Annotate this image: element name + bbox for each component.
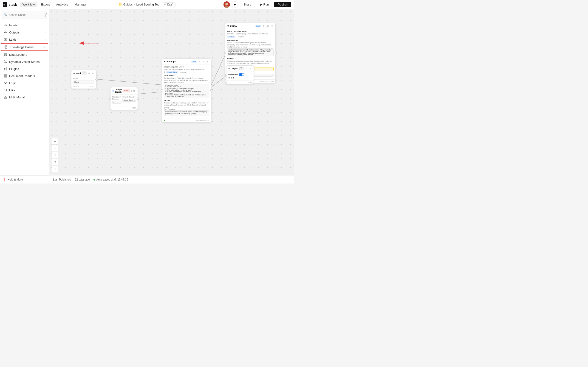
openai-llm-section: Large Language Model Select the Large La… [227,30,274,38]
input-settings-icon[interactable]: ⚙ [87,72,90,75]
sidebar-item-label-inputs: Inputs [9,24,43,27]
multi-modal-chevron: › [45,96,45,99]
sidebar-item-label-utils: Utils [9,89,43,92]
sidebar-items: Inputs › Outputs › LLMs › [0,21,49,175]
zoom-out-button[interactable]: − [52,145,58,151]
openai-instructions-field[interactable]: Analyze the company profile and determin… [227,48,274,56]
output-download-icon[interactable]: ⊻ [231,77,232,79]
anthropic-instructions-field[interactable]: 1. company profile 2. What is the Sector… [164,84,209,98]
openai-instructions-section: Instructions Tell the AI how you'd like … [227,39,274,56]
anthropic-expand-icon[interactable]: ⊡ [202,60,205,63]
fit-button[interactable]: ⊡ [52,152,58,158]
sidebar-item-label-plugins: Plugins [9,67,43,71]
sidebar-item-llms[interactable]: LLMs › [1,36,48,43]
openai-expand-icon[interactable]: ⊡ [266,24,269,27]
sidebar-item-dynamic-vector-stores[interactable]: Dynamic Vector Stores › [1,58,48,65]
google-search-node[interactable]: G Google Search connect-4 ⚙ ⊡ ✕ Number o… [110,87,138,110]
input-close-icon[interactable]: ✕ [91,72,95,75]
sidebar-item-multi-modal[interactable]: Multi-Modal › [1,94,48,101]
google-search-node-footer: 0.014 [111,106,138,110]
share-button[interactable]: Share [240,2,255,7]
logo-text: stack [9,3,17,6]
openai-left-connector[interactable] [224,52,226,54]
anthropic-left-connector[interactable] [161,89,163,92]
tab-analytics[interactable]: Analytics [53,2,71,7]
snapshot-button[interactable]: ⊙ [52,159,58,165]
sidebar-item-knowledge-bases[interactable]: Knowledge Bases › [1,43,48,51]
search-box[interactable]: 🔍 Ctrl K [2,11,47,19]
breadcrumb-folder: Guides [123,3,133,6]
output-action-buttons: ⊕ ⊻ ⊞ [228,77,252,79]
openai-llm-title: Large Language Model [227,30,274,32]
anthropic-success-indicator [164,120,165,121]
anthropic-node[interactable]: A Anthropic Lite 8 ⚙ ⊡ ✕ Large Language … [162,58,211,123]
google-search-node-badge: connect-4 [123,89,130,92]
output-copy-icon[interactable]: ⊕ [228,77,230,79]
output-close-icon[interactable]: ✕ [249,67,252,70]
sidebar-item-data-loaders[interactable]: Data Loaders › [1,51,48,58]
sidebar-item-outputs[interactable]: Outputs › [1,29,48,36]
anthropic-node-footer: 984 tokens $0.014 [162,119,211,122]
sidebar-item-logic[interactable]: Logic › [1,80,48,86]
sidebar-item-plugins[interactable]: Plugins › [1,65,48,72]
input-node-label: Name [73,78,95,80]
canvas[interactable]: ⚙ OpenAI Lite 3 ⚙ ⊡ ✕ Large Language Mod… [49,9,294,184]
run-button[interactable]: ▶ Run [257,2,272,7]
logic-chevron: › [45,82,45,84]
google-right-connector[interactable] [137,98,139,100]
input-name-field[interactable]: Name [73,81,95,83]
output-settings-icon[interactable]: ⚙ [245,67,248,70]
tab-workflow[interactable]: Workflow [20,2,37,7]
status-dot [94,179,95,181]
output-toggle[interactable] [239,73,244,76]
anthropic-prompt-field[interactable]: Consider those Google Search results abo… [164,110,209,116]
anthropic-right-connector[interactable] [210,89,212,92]
google-country-field[interactable]: United States ... [122,99,136,102]
google-left-connector[interactable] [109,98,111,100]
sidebar-item-label-dynamic-vector-stores: Dynamic Vector Stores [9,60,43,64]
search-input[interactable] [9,13,43,17]
output-expand-icon[interactable]: ⊞ [233,77,234,79]
google-results-field[interactable]: 5 [112,101,121,104]
google-search-settings-icon[interactable]: ⚙ [131,89,132,92]
zoom-in-button[interactable]: + [52,138,58,144]
sidebar-item-label-document-readers: Document Readers [9,74,43,78]
output-node[interactable]: ⊙ Output out-8 ⚙ ✕ Formalization ⊕ ⊻ ⊞ [226,65,254,84]
openai-model-tag: GPT-4o [227,36,235,38]
sidebar-footer[interactable]: ❓ Help & More [0,175,49,184]
tab-export[interactable]: Export [38,2,52,7]
status-bar: Last Published 22 days ago Auto-saved dr… [49,175,294,184]
play-icon-button[interactable]: ▶ [232,1,238,8]
sidebar-item-document-readers[interactable]: Document Readers › [1,73,48,79]
sidebar-item-label-multi-modal: Multi-Modal [9,96,43,99]
sidebar-item-inputs[interactable]: Inputs › [1,22,48,29]
openai-settings-icon[interactable]: ⚙ [262,24,265,27]
output-format-label: Formalization [228,74,238,75]
input-right-connector[interactable] [95,78,98,81]
anthropic-instructions-title: Instructions [164,75,209,77]
last-published-value: 22 days ago [75,178,90,181]
utils-chevron: › [45,89,45,92]
anthropic-instructions-desc: Tell the AI how you'd like it to respond… [164,77,209,83]
anthropic-node-header: A Anthropic Lite 8 ⚙ ⊡ ✕ [162,59,211,65]
openai-close-icon[interactable]: ✕ [270,24,274,27]
canvas-controls: + − ⊡ ⊙ ⊞ [52,138,58,172]
grid-button[interactable]: ⊞ [52,166,58,172]
google-search-close-icon[interactable]: ✕ [136,89,137,92]
help-icon: ❓ [3,178,6,181]
inputs-icon [4,23,7,27]
google-search-expand-icon[interactable]: ⊡ [133,89,135,92]
output-left-connector[interactable] [225,74,227,76]
llms-icon [4,38,7,41]
nav-right: ▶ Share ▶ Run Publish [224,1,291,8]
openai-prompt-title: Prompt [227,58,274,60]
publish-button[interactable]: Publish [274,2,291,7]
tab-manager[interactable]: Manager [72,2,89,7]
anthropic-settings-icon[interactable]: ⚙ [198,60,201,63]
autosave-container: Auto-saved draft 15:47:35 [94,178,128,181]
input-node-badge: Lit-4 [82,71,86,75]
openai-right-connector[interactable] [275,52,277,54]
input-node[interactable]: ⊙ Input Lit-4 ⚙ ✕ Name Name Viewers 0.01… [71,70,96,89]
sidebar-item-utils[interactable]: Utils › [1,87,48,94]
anthropic-close-icon[interactable]: ✕ [206,60,209,63]
